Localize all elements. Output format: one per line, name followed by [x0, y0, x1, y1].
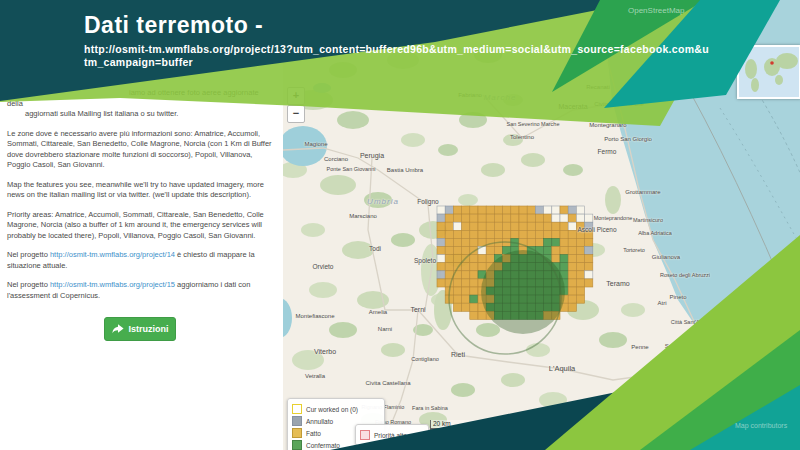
- task-cell[interactable]: [511, 214, 519, 222]
- task-cell[interactable]: [462, 279, 470, 287]
- task-cell[interactable]: [568, 214, 576, 222]
- task-cell[interactable]: [519, 230, 527, 238]
- task-cell[interactable]: [544, 238, 552, 246]
- task-cell[interactable]: [535, 206, 543, 214]
- task-cell[interactable]: [568, 230, 576, 238]
- task-cell[interactable]: [453, 238, 461, 246]
- task-cell[interactable]: [494, 247, 502, 255]
- task-cell[interactable]: [503, 214, 511, 222]
- task-cell[interactable]: [453, 222, 461, 230]
- task-cell[interactable]: [470, 303, 478, 311]
- overview-minimap[interactable]: [737, 45, 800, 99]
- task-cell[interactable]: [462, 222, 470, 230]
- istruzioni-button[interactable]: Istruzioni: [104, 317, 176, 341]
- task-cell[interactable]: [560, 214, 568, 222]
- task-cell[interactable]: [585, 214, 593, 222]
- task-cell[interactable]: [511, 206, 519, 214]
- task-cell[interactable]: [486, 222, 494, 230]
- task-cell[interactable]: [453, 255, 461, 263]
- task-cell[interactable]: [478, 214, 486, 222]
- task-cell[interactable]: [486, 206, 494, 214]
- task-cell[interactable]: [576, 279, 584, 287]
- task-cell[interactable]: [486, 214, 494, 222]
- task-cell[interactable]: [560, 238, 568, 246]
- task-cell[interactable]: [519, 222, 527, 230]
- task-cell[interactable]: [478, 230, 486, 238]
- task-cell[interactable]: [568, 222, 576, 230]
- task-cell[interactable]: [560, 255, 568, 263]
- task-cell[interactable]: [544, 230, 552, 238]
- task-cell[interactable]: [527, 238, 535, 246]
- project-14-link[interactable]: http://osmit-tm.wmflabs.org/project/14: [50, 250, 175, 259]
- task-cell[interactable]: [453, 247, 461, 255]
- task-cell[interactable]: [478, 255, 486, 263]
- task-cell[interactable]: [494, 206, 502, 214]
- task-cell[interactable]: [437, 255, 445, 263]
- task-cell[interactable]: [527, 214, 535, 222]
- task-cell[interactable]: [470, 238, 478, 246]
- task-cell[interactable]: [552, 247, 560, 255]
- task-cell[interactable]: [552, 214, 560, 222]
- task-cell[interactable]: [560, 206, 568, 214]
- task-cell[interactable]: [445, 230, 453, 238]
- task-cell[interactable]: [503, 206, 511, 214]
- task-cell[interactable]: [560, 230, 568, 238]
- task-cell[interactable]: [453, 230, 461, 238]
- task-cell[interactable]: [470, 230, 478, 238]
- task-cell[interactable]: [527, 230, 535, 238]
- task-cell[interactable]: [470, 311, 478, 319]
- task-cell[interactable]: [462, 214, 470, 222]
- task-cell[interactable]: [494, 214, 502, 222]
- task-cell[interactable]: [576, 247, 584, 255]
- map-canvas[interactable]: MagioneCorcianoPerugiaPonte San Giovanni…: [283, 0, 800, 450]
- task-cell[interactable]: [568, 247, 576, 255]
- task-cell[interactable]: [576, 238, 584, 246]
- task-cell[interactable]: [585, 263, 593, 271]
- task-cell[interactable]: [576, 295, 584, 303]
- task-cell[interactable]: [527, 222, 535, 230]
- task-cell[interactable]: [527, 206, 535, 214]
- task-cell[interactable]: [478, 222, 486, 230]
- task-cell[interactable]: [544, 247, 552, 255]
- task-cell[interactable]: [445, 222, 453, 230]
- task-cell[interactable]: [568, 206, 576, 214]
- task-cell[interactable]: [568, 295, 576, 303]
- task-cell[interactable]: [437, 271, 445, 279]
- task-cell[interactable]: [503, 222, 511, 230]
- task-cell[interactable]: [470, 206, 478, 214]
- task-cell[interactable]: [486, 230, 494, 238]
- task-cell[interactable]: [445, 238, 453, 246]
- task-cell[interactable]: [511, 222, 519, 230]
- zoom-in-button[interactable]: +: [287, 87, 305, 105]
- task-cell[interactable]: [470, 287, 478, 295]
- task-cell[interactable]: [544, 214, 552, 222]
- task-cell[interactable]: [462, 287, 470, 295]
- task-cell[interactable]: [470, 222, 478, 230]
- task-cell[interactable]: [445, 206, 453, 214]
- task-cell[interactable]: [585, 238, 593, 246]
- task-cell[interactable]: [552, 206, 560, 214]
- task-cell[interactable]: [511, 230, 519, 238]
- task-cell[interactable]: [568, 255, 576, 263]
- task-cell[interactable]: [478, 206, 486, 214]
- task-cell[interactable]: [576, 287, 584, 295]
- task-cell[interactable]: [486, 247, 494, 255]
- task-cell[interactable]: [585, 247, 593, 255]
- task-cell[interactable]: [544, 222, 552, 230]
- task-cell[interactable]: [519, 206, 527, 214]
- task-cell[interactable]: [552, 222, 560, 230]
- task-cell[interactable]: [478, 311, 486, 319]
- task-cell[interactable]: [437, 279, 445, 287]
- task-cell[interactable]: [462, 271, 470, 279]
- task-cell[interactable]: [470, 214, 478, 222]
- task-cell[interactable]: [585, 255, 593, 263]
- task-cell[interactable]: [437, 230, 445, 238]
- task-cell[interactable]: [560, 222, 568, 230]
- task-cell[interactable]: [445, 263, 453, 271]
- task-cell[interactable]: [453, 303, 461, 311]
- task-cell[interactable]: [453, 295, 461, 303]
- task-cell[interactable]: [470, 263, 478, 271]
- task-cell[interactable]: [445, 214, 453, 222]
- task-cell[interactable]: [568, 271, 576, 279]
- task-cell[interactable]: [519, 214, 527, 222]
